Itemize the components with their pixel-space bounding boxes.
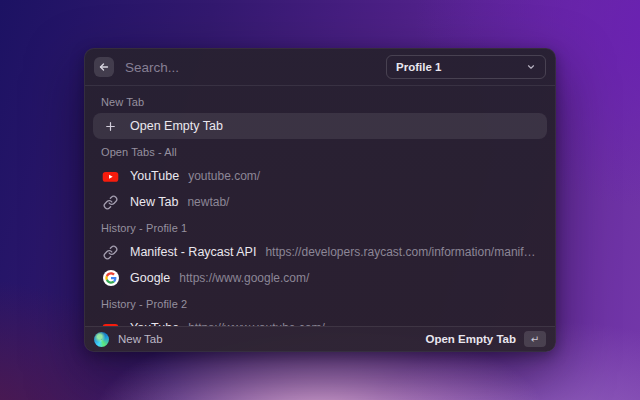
item-subtitle: youtube.com/ [188, 169, 538, 183]
raycast-window: Profile 1 New TabOpen Empty TabOpen Tabs… [84, 48, 556, 352]
footer-action-label[interactable]: Open Empty Tab [425, 333, 516, 345]
back-button[interactable] [94, 57, 114, 77]
list-item[interactable]: YouTubeyoutube.com/ [93, 163, 547, 189]
google-icon [102, 270, 119, 287]
section-header: History - Profile 2 [93, 291, 547, 315]
footer-app-label: New Tab [118, 333, 425, 345]
search-bar: Profile 1 [85, 49, 555, 85]
item-title: Open Empty Tab [130, 119, 223, 133]
list-item[interactable]: Googlehttps://www.google.com/ [93, 265, 547, 291]
list-item[interactable]: New Tabnewtab/ [93, 189, 547, 215]
item-title: New Tab [130, 195, 178, 209]
list-item[interactable]: YouTubehttps://www.youtube.com/ [93, 315, 547, 326]
item-title: YouTube [130, 169, 179, 183]
item-subtitle: https://developers.raycast.com/informati… [265, 245, 538, 259]
desktop-background: Profile 1 New TabOpen Empty TabOpen Tabs… [0, 0, 640, 400]
chevron-down-icon [526, 62, 536, 72]
section-header: History - Profile 1 [93, 215, 547, 239]
section-header: New Tab [93, 89, 547, 113]
list-item[interactable]: Manifest - Raycast APIhttps://developers… [93, 239, 547, 265]
link-icon [102, 244, 119, 261]
plus-icon [102, 118, 119, 135]
section-header: Open Tabs - All [93, 139, 547, 163]
item-title: Manifest - Raycast API [130, 245, 256, 259]
link-icon [102, 194, 119, 211]
item-subtitle: https://www.google.com/ [179, 271, 538, 285]
item-subtitle: newtab/ [187, 195, 538, 209]
item-title: Google [130, 271, 170, 285]
youtube-icon [102, 168, 119, 185]
search-input[interactable] [125, 60, 386, 75]
profile-dropdown-value: Profile 1 [396, 61, 526, 73]
results-list: New TabOpen Empty TabOpen Tabs - AllYouT… [85, 86, 555, 326]
list-item[interactable]: Open Empty Tab [93, 113, 547, 139]
edge-icon [94, 332, 109, 347]
profile-dropdown[interactable]: Profile 1 [386, 55, 546, 79]
footer-bar: New Tab Open Empty Tab ↵ [85, 326, 555, 351]
enter-key-icon[interactable]: ↵ [524, 331, 546, 347]
arrow-left-icon [98, 61, 110, 73]
